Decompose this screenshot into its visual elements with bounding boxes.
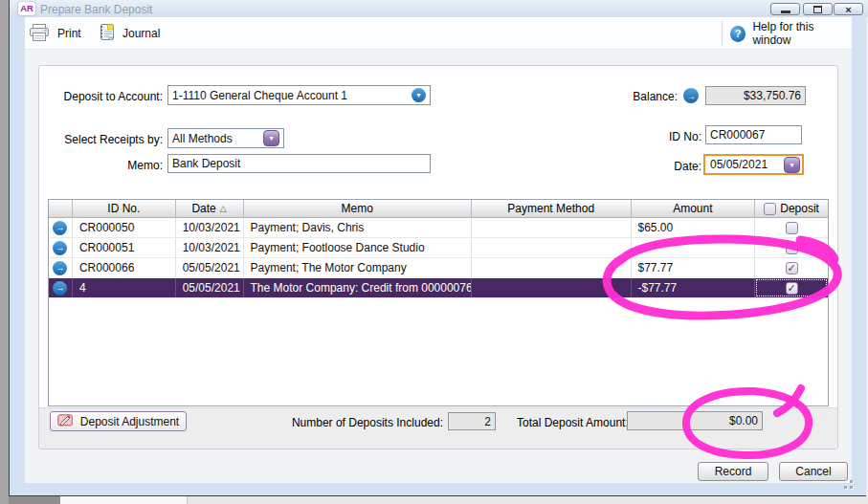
- deposit-cell: ✓: [755, 238, 828, 257]
- record-button[interactable]: Record: [698, 462, 768, 481]
- receipts-table: ID No. Date △ Memo Payment Method Amount…: [48, 199, 829, 406]
- column-label: Date: [191, 202, 215, 215]
- deposit-adjustment-label: Deposit Adjustment: [80, 415, 179, 428]
- deposit-checkbox[interactable]: ✓: [786, 262, 798, 274]
- column-header-deposit[interactable]: ✓ Deposit: [755, 200, 828, 217]
- balance-value: $33,750.76: [744, 89, 801, 102]
- detail-arrow-icon[interactable]: →: [53, 241, 67, 255]
- date-picker-chevron-icon[interactable]: ▾: [784, 157, 800, 173]
- minimize-icon: [781, 11, 790, 13]
- background-bottom-strip: [9, 496, 868, 504]
- column-header-detail[interactable]: [49, 200, 73, 217]
- amount-cell: $77.77: [632, 258, 756, 277]
- check-icon: ✓: [787, 283, 795, 294]
- row-detail-cell: →: [49, 278, 73, 297]
- table-row[interactable]: → CR000050 10/03/2021 Payment; Davis, Ch…: [49, 218, 828, 238]
- row-detail-cell: →: [49, 218, 73, 237]
- memo-field[interactable]: Bank Deposit: [167, 154, 431, 173]
- deposit-checkbox[interactable]: ✓: [786, 222, 798, 234]
- id-no-label: ID No:: [612, 130, 701, 143]
- cancel-label: Cancel: [795, 465, 831, 478]
- column-label: Deposit: [780, 202, 819, 215]
- help-link[interactable]: ? Help for this window: [730, 21, 852, 46]
- memo-cell: Payment; The Motor Company: [244, 258, 472, 277]
- column-header-amount[interactable]: Amount: [632, 200, 756, 217]
- table-row-selected[interactable]: → 4 05/05/2021 The Motor Company: Credit…: [49, 278, 828, 298]
- arrow-right-icon: →: [686, 91, 696, 101]
- memo-cell: Payment; Davis, Chris: [244, 218, 472, 237]
- arrow-right-icon: →: [56, 223, 64, 232]
- payment-method-cell: [472, 258, 632, 277]
- chevron-down-icon[interactable]: ▾: [263, 130, 279, 146]
- column-header-date[interactable]: Date △: [176, 200, 244, 217]
- date-cell: 05/05/2021: [176, 278, 244, 297]
- balance-field: $33,750.76: [705, 86, 806, 105]
- print-button[interactable]: Print: [29, 21, 81, 46]
- cancel-button[interactable]: Cancel: [779, 462, 848, 481]
- deposit-checkbox[interactable]: ✓: [786, 242, 798, 254]
- payment-method-cell: [472, 278, 632, 297]
- restore-button[interactable]: [803, 3, 833, 15]
- date-cell: 05/05/2021: [176, 258, 244, 277]
- close-icon: ×: [845, 5, 851, 14]
- deposit-cell: ✓: [755, 278, 828, 297]
- memo-value: Bank Deposit: [172, 157, 240, 170]
- journal-icon: [98, 23, 116, 44]
- id-no-field[interactable]: CR000067: [705, 125, 802, 144]
- detail-arrow-icon[interactable]: →: [53, 261, 67, 275]
- table-row[interactable]: → CR000051 10/03/2021 Payment; Footloose…: [49, 238, 828, 258]
- deposit-cell: ✓: [755, 258, 828, 277]
- id-cell: 4: [73, 278, 176, 297]
- column-header-memo[interactable]: Memo: [244, 200, 472, 217]
- deposit-adjustment-button[interactable]: Deposit Adjustment: [50, 411, 187, 431]
- column-header-id[interactable]: ID No.: [73, 200, 176, 217]
- total-deposit-field: $0.00: [627, 411, 763, 430]
- restore-icon: [813, 6, 822, 13]
- column-label: ID No.: [107, 202, 140, 215]
- num-deposits-value: 2: [484, 415, 491, 428]
- toolbar-divider: [722, 21, 723, 45]
- background-left-strip: [0, 0, 9, 504]
- payment-method-cell: [472, 218, 632, 237]
- chevron-down-icon[interactable]: ▾: [412, 88, 426, 102]
- detail-arrow-icon[interactable]: →: [53, 281, 67, 296]
- toolbar: Print Journal ?: [25, 17, 852, 50]
- journal-button[interactable]: Journal: [98, 21, 160, 46]
- table-row[interactable]: → CR000066 05/05/2021 Payment; The Motor…: [49, 258, 828, 278]
- print-label: Print: [57, 27, 81, 40]
- arrow-right-icon: →: [56, 263, 64, 273]
- journal-label: Journal: [122, 27, 160, 40]
- close-button[interactable]: ×: [834, 3, 863, 15]
- amount-cell: [632, 238, 756, 257]
- balance-detail-arrow-icon[interactable]: →: [683, 88, 699, 103]
- num-deposits-field: 2: [448, 412, 496, 430]
- column-label: Memo: [342, 202, 373, 215]
- select-all-deposit-checkbox[interactable]: ✓: [764, 203, 776, 215]
- id-cell: CR000050: [73, 218, 176, 237]
- background-segment: [9, 496, 60, 504]
- id-no-value: CR000067: [710, 128, 765, 142]
- detail-arrow-icon[interactable]: →: [53, 221, 67, 235]
- select-receipts-combo[interactable]: All Methods ▾: [167, 128, 284, 148]
- deposit-cell: ✓: [755, 218, 828, 237]
- row-detail-cell: →: [49, 238, 73, 257]
- app-logo-icon: AR: [18, 2, 35, 15]
- column-header-payment-method[interactable]: Payment Method: [472, 200, 632, 217]
- sort-ascending-icon: △: [220, 204, 227, 213]
- date-field[interactable]: 05/05/2021 ▾: [703, 154, 804, 175]
- resize-grip[interactable]: [838, 480, 856, 493]
- window-title: Prepare Bank Deposit: [40, 3, 152, 16]
- help-label: Help for this window: [752, 20, 852, 47]
- deposit-to-account-combo[interactable]: 1-1110 General Cheque Account 1 ▾: [167, 85, 431, 105]
- amount-cell: -$77.77: [632, 278, 756, 297]
- minimize-button[interactable]: [770, 3, 800, 15]
- deposit-checkbox[interactable]: ✓: [786, 282, 798, 295]
- memo-label: Memo:: [19, 159, 163, 172]
- id-cell: CR000066: [73, 258, 176, 277]
- date-cell: 10/03/2021: [176, 218, 244, 237]
- record-label: Record: [715, 465, 752, 478]
- column-label: Amount: [673, 202, 712, 215]
- balance-label: Balance:: [574, 90, 678, 103]
- select-receipts-label: Select Receipts by:: [19, 133, 163, 146]
- id-cell: CR000051: [73, 238, 176, 257]
